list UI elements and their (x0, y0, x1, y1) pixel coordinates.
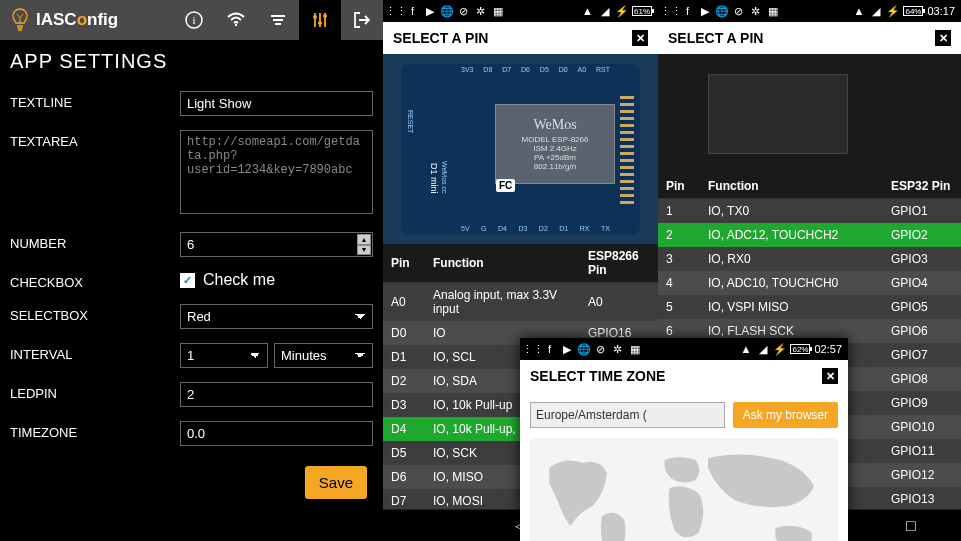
pin-row[interactable]: 3IO, RX0GPIO3 (658, 247, 961, 271)
clock: 02:57 (814, 343, 842, 355)
svg-point-4 (318, 21, 322, 25)
wifi-icon: ▲ (739, 343, 752, 356)
pin-row[interactable]: 1IO, TX0GPIO1 (658, 199, 961, 224)
ask-browser-button[interactable]: Ask my browser (733, 402, 838, 428)
wifi-icon: ▲ (852, 5, 865, 18)
app-title: IASConfig (36, 10, 118, 30)
sliders-icon[interactable] (299, 0, 341, 40)
fb-icon: f (406, 5, 419, 18)
selectbox-label: SELECTBOX (10, 304, 180, 323)
timezone-modal: ⋮⋮ f ▶ 🌐 ⊘ ✲ ▦ ▲ ◢ ⚡ 62% 02:57 SELECT TI… (520, 338, 848, 541)
number-up-icon[interactable]: ▲ (357, 234, 371, 245)
battery-icon: 61% (632, 6, 652, 16)
clock: 03:17 (927, 5, 955, 17)
youtube-icon: ▶ (423, 5, 436, 18)
list-icon[interactable] (257, 0, 299, 40)
globe-icon: 🌐 (715, 5, 728, 18)
timezone-input[interactable] (180, 421, 373, 446)
close-icon[interactable]: ✕ (935, 30, 951, 46)
status-bar: ⋮⋮ f ▶ 🌐 ⊘ ✲ ▦ ▲ ◢ ⚡ 61% (383, 0, 658, 22)
ledpin-input[interactable] (180, 382, 373, 407)
close-icon[interactable]: ✕ (632, 30, 648, 46)
svg-point-3 (313, 15, 317, 19)
dots-icon: ⋮⋮ (526, 343, 539, 356)
gear-icon: ✲ (611, 343, 624, 356)
selectbox-input[interactable]: Red (180, 304, 373, 329)
world-map[interactable] (530, 438, 838, 541)
checkbox-text: Check me (203, 271, 275, 289)
number-down-icon[interactable]: ▼ (357, 245, 371, 256)
checkbox-label: CHECKBOX (10, 271, 180, 290)
modal-title: SELECT A PIN (668, 30, 763, 46)
charge-icon: ⚡ (773, 343, 786, 356)
block-icon: ⊘ (732, 5, 745, 18)
gear-icon: ✲ (474, 5, 487, 18)
exit-icon[interactable] (341, 0, 383, 40)
youtube-icon: ▶ (698, 5, 711, 18)
modal-title: SELECT TIME ZONE (530, 368, 665, 384)
interval-label: INTERVAL (10, 343, 180, 362)
modal-title: SELECT A PIN (393, 30, 488, 46)
dots-icon: ⋮⋮ (389, 5, 402, 18)
signal-icon: ◢ (869, 5, 882, 18)
toolbar: IASConfig i (0, 0, 383, 40)
textarea-label: TEXTAREA (10, 130, 180, 149)
textline-input[interactable] (180, 91, 373, 116)
block-icon: ⊘ (457, 5, 470, 18)
signal-icon: ◢ (598, 5, 611, 18)
timezone-label: TIMEZONE (10, 421, 180, 440)
settings-panel: IASConfig i APP SETTINGS TEXTLINE TEXTAR… (0, 0, 383, 541)
svg-text:i: i (192, 14, 195, 26)
number-label: NUMBER (10, 232, 180, 251)
textarea-input[interactable]: http://someapi.com/getdata.php?userid=12… (180, 130, 373, 214)
wifi-icon: ▲ (581, 5, 594, 18)
block-icon: ⊘ (594, 343, 607, 356)
close-icon[interactable]: ✕ (822, 368, 838, 384)
svg-point-5 (323, 14, 327, 18)
pin-row[interactable]: A0Analog input, max 3.3V inputA0 (383, 283, 658, 322)
dots-icon: ⋮⋮ (664, 5, 677, 18)
number-input[interactable] (180, 232, 373, 257)
bulb-icon (10, 8, 30, 32)
fb-icon: f (543, 343, 556, 356)
grid-icon: ▦ (766, 5, 779, 18)
gear-icon: ✲ (749, 5, 762, 18)
svg-point-2 (235, 24, 237, 26)
esp32-board-image (658, 54, 961, 174)
textline-label: TEXTLINE (10, 91, 180, 110)
pin-row[interactable]: 4IO, ADC10, TOUCHCH0GPIO4 (658, 271, 961, 295)
wemos-board-image: 3V3D8D7D6D5D0A0RST RESET D1 mini WeMos.c… (383, 54, 658, 244)
checkbox-input[interactable]: ✓ (180, 273, 195, 288)
signal-icon: ◢ (756, 343, 769, 356)
grid-icon: ▦ (491, 5, 504, 18)
status-bar: ⋮⋮ f ▶ 🌐 ⊘ ✲ ▦ ▲ ◢ ⚡ 62% 02:57 (520, 338, 848, 360)
wifi-icon[interactable] (215, 0, 257, 40)
interval-unit-input[interactable]: Minutes (274, 343, 373, 368)
globe-icon: 🌐 (577, 343, 590, 356)
battery-icon: 62% (790, 344, 810, 354)
info-icon[interactable]: i (173, 0, 215, 40)
charge-icon: ⚡ (615, 5, 628, 18)
save-button[interactable]: Save (305, 466, 367, 499)
status-bar: ⋮⋮ f ▶ 🌐 ⊘ ✲ ▦ ▲ ◢ ⚡ 64% 03:17 (658, 0, 961, 22)
globe-icon: 🌐 (440, 5, 453, 18)
fb-icon: f (681, 5, 694, 18)
grid-icon: ▦ (628, 343, 641, 356)
charge-icon: ⚡ (886, 5, 899, 18)
ledpin-label: LEDPIN (10, 382, 180, 401)
pin-row[interactable]: 5IO, VSPI MISOGPIO5 (658, 295, 961, 319)
recent-icon[interactable]: □ (906, 517, 916, 535)
app-logo: IASConfig (0, 8, 128, 32)
page-title: APP SETTINGS (10, 50, 373, 73)
timezone-select[interactable]: Europe/Amsterdam ( (530, 402, 725, 428)
battery-icon: 64% (903, 6, 923, 16)
youtube-icon: ▶ (560, 343, 573, 356)
interval-value-input[interactable]: 1 (180, 343, 268, 368)
pin-row[interactable]: 2IO, ADC12, TOUCHCH2GPIO2 (658, 223, 961, 247)
